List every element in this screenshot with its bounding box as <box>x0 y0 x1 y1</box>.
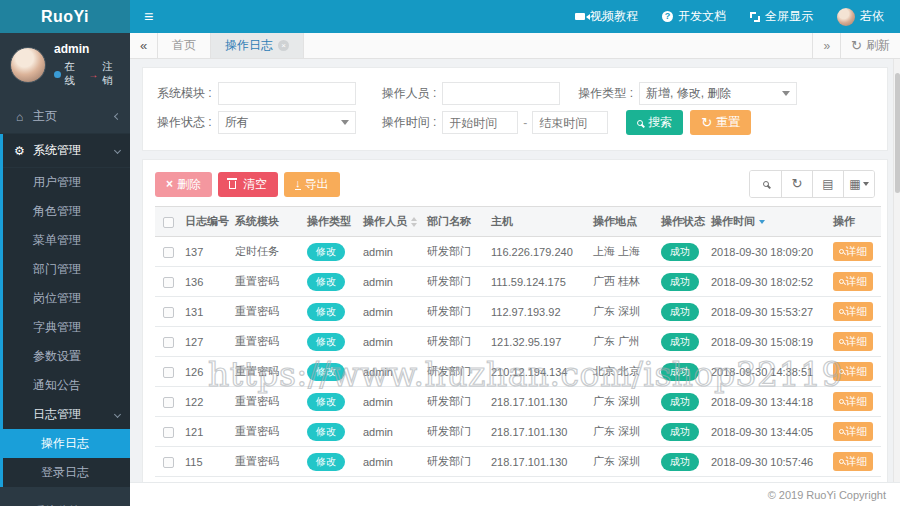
row-checkbox[interactable] <box>163 457 174 468</box>
chevron-down-icon <box>114 147 121 154</box>
sidebar-item-log-management[interactable]: 日志管理 <box>3 400 130 429</box>
detail-button[interactable]: 详细 <box>833 332 873 351</box>
table-row: 127重置密码 修改 admin研发部门 121.32.95.197广东 广州 … <box>155 327 881 357</box>
reset-button[interactable]: ↻ 重置 <box>690 110 751 135</box>
sidebar-item-post-management[interactable]: 岗位管理 <box>3 284 130 313</box>
status-badge: 成功 <box>661 273 699 291</box>
detail-button[interactable]: 详细 <box>833 302 873 321</box>
search-icon <box>839 339 844 344</box>
sidebar-item-dict-management[interactable]: 字典管理 <box>3 313 130 342</box>
detail-button[interactable]: 详细 <box>833 362 873 381</box>
sidebar-item-menu-management[interactable]: 菜单管理 <box>3 226 130 255</box>
row-checkbox[interactable] <box>163 397 174 408</box>
status-badge: 成功 <box>661 243 699 261</box>
export-button[interactable]: ↓ 导出 <box>284 172 340 197</box>
table-row: 136重置密码 修改 admin研发部门 111.59.124.175广西 桂林… <box>155 267 881 297</box>
refresh-table-button[interactable]: ↻ <box>781 171 812 197</box>
detail-button[interactable]: 详细 <box>833 242 873 261</box>
search-icon <box>637 120 643 126</box>
scrollbar[interactable] <box>893 59 900 482</box>
sidebar-item-operation-log[interactable]: 操作日志 <box>3 429 130 458</box>
nav-video-tutorial[interactable]: 视频教程 <box>575 8 638 25</box>
date-range-dash: - <box>523 116 527 130</box>
tab-home[interactable]: 首页 <box>158 33 211 58</box>
online-status-dot <box>54 71 61 78</box>
status-badge: 成功 <box>661 303 699 321</box>
user-menu-label: 若依 <box>860 8 884 25</box>
sidebar-item-system-management[interactable]: ⚙ 系统管理 <box>3 134 130 168</box>
app-logo[interactable]: RuoYi <box>0 0 130 33</box>
tab-refresh-button[interactable]: ↻ 刷新 <box>840 33 900 58</box>
clear-button[interactable]: 清空 <box>218 172 278 197</box>
system-submenu: 用户管理 角色管理 菜单管理 部门管理 岗位管理 字典管理 参数设置 通知公告 … <box>3 168 130 487</box>
module-input[interactable] <box>218 82 356 105</box>
search-icon <box>839 369 844 374</box>
gear-icon: ⚙ <box>13 144 26 158</box>
x-icon: × <box>166 177 173 191</box>
select-all-checkbox[interactable] <box>163 217 174 228</box>
sidebar-menu: ⌂ 主页 ⚙ 系统管理 用户管理 角色管理 菜单管理 部门管理 岗位管理 字典管… <box>0 100 130 506</box>
profile-avatar[interactable] <box>10 47 46 83</box>
sidebar-item-system-monitor[interactable]: 系统监控 <box>0 495 130 506</box>
detail-button[interactable]: 详细 <box>833 272 873 291</box>
toggle-view-button[interactable]: ▤ <box>812 171 843 197</box>
status-label: 操作状态 : <box>157 114 212 131</box>
module-label: 系统模块 : <box>157 85 212 102</box>
sidebar-item-login-log[interactable]: 登录日志 <box>3 458 130 487</box>
search-icon <box>763 181 769 187</box>
log-table: 日志编号 系统模块 操作类型 操作人员 部门名称 主机 操作地点 操作状态 操作… <box>155 206 881 482</box>
refresh-icon: ↻ <box>701 118 712 128</box>
toggle-search-button[interactable] <box>750 171 781 197</box>
status-select[interactable]: 所有 <box>218 111 356 134</box>
top-header: RuoYi ≡ 视频教程 ? 开发文档 全屏显示 若依 <box>0 0 900 33</box>
fullscreen-icon <box>750 12 760 22</box>
sidebar-item-role-management[interactable]: 角色管理 <box>3 197 130 226</box>
sidebar-profile: admin 在线 → 注销 <box>0 33 130 100</box>
scrollbar-thumb[interactable] <box>895 73 900 193</box>
user-avatar <box>837 8 855 26</box>
tabs-scroll-left-icon[interactable]: « <box>130 33 158 58</box>
sidebar-item-param-settings[interactable]: 参数设置 <box>3 342 130 371</box>
search-button[interactable]: 搜索 <box>626 110 683 135</box>
table-row: 137定时任务 修改 admin研发部门 116.226.179.240上海 上… <box>155 237 881 267</box>
nav-fullscreen[interactable]: 全屏显示 <box>750 8 813 25</box>
columns-button[interactable]: ▦ <box>843 171 874 197</box>
row-checkbox[interactable] <box>163 427 174 438</box>
sidebar-item-dept-management[interactable]: 部门管理 <box>3 255 130 284</box>
user-menu[interactable]: 若依 <box>837 8 884 26</box>
type-label: 操作类型 : <box>578 85 633 102</box>
detail-button[interactable]: 详细 <box>833 422 873 441</box>
chevron-down-icon <box>114 411 121 418</box>
detail-button[interactable]: 详细 <box>833 452 873 471</box>
col-operator[interactable]: 操作人员 <box>359 207 423 237</box>
type-select[interactable]: 新增, 修改, 删除 <box>639 82 797 105</box>
row-checkbox[interactable] <box>163 307 174 318</box>
search-icon <box>839 399 844 404</box>
sidebar-toggle-icon[interactable]: ≡ <box>130 0 167 33</box>
search-icon <box>839 279 844 284</box>
tab-close-icon[interactable]: × <box>278 40 289 51</box>
logout-link[interactable]: 注销 <box>102 60 122 88</box>
nav-dev-docs[interactable]: ? 开发文档 <box>662 8 726 25</box>
row-checkbox[interactable] <box>163 247 174 258</box>
sort-icons <box>411 217 417 227</box>
profile-name: admin <box>54 42 122 56</box>
col-time[interactable]: 操作时间 <box>707 207 829 237</box>
main-content: 系统模块 : 操作人员 : 操作类型 : 新增, 修改, 删除 操作状态 : 所… <box>130 59 900 482</box>
tabs-scroll-right-icon[interactable]: » <box>812 33 840 58</box>
row-checkbox[interactable] <box>163 367 174 378</box>
delete-button[interactable]: × 删除 <box>155 172 212 197</box>
row-checkbox[interactable] <box>163 337 174 348</box>
tab-bar: « 首页 操作日志 × » ↻ 刷新 <box>130 33 900 59</box>
time-end-input[interactable] <box>532 111 608 134</box>
time-start-input[interactable] <box>442 111 518 134</box>
sidebar-item-notice[interactable]: 通知公告 <box>3 371 130 400</box>
type-badge: 修改 <box>307 363 345 381</box>
row-checkbox[interactable] <box>163 277 174 288</box>
operator-input[interactable] <box>442 82 560 105</box>
detail-button[interactable]: 详细 <box>833 392 873 411</box>
sidebar-item-home[interactable]: ⌂ 主页 <box>0 100 130 134</box>
sidebar-item-user-management[interactable]: 用户管理 <box>3 168 130 197</box>
tab-operation-log[interactable]: 操作日志 × <box>211 33 304 58</box>
header-nav: 视频教程 ? 开发文档 全屏显示 若依 <box>575 8 900 26</box>
